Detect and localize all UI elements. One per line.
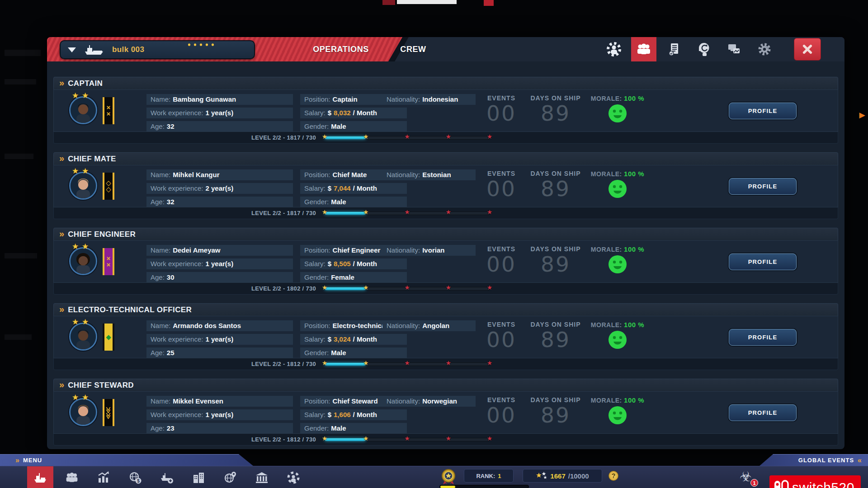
watermark-logo: switch520	[769, 475, 861, 488]
days-on-ship-stat: DAYS ON SHIP89	[519, 245, 592, 275]
background-remnant	[5, 79, 36, 84]
field-name: Name:Mihkel Kangur	[146, 169, 293, 180]
level-label: LEVEL 2/2 - 1812 / 730	[54, 358, 316, 370]
crew-icon[interactable]	[631, 37, 656, 61]
level-progress-bar: ★ ★ ★ ★ ★	[325, 363, 490, 366]
level-row: LEVEL 2/2 - 1817 / 730 ★ ★ ★ ★ ★	[53, 207, 838, 219]
tab-crew[interactable]: CREW	[382, 37, 445, 61]
world-map-icon[interactable]	[217, 466, 243, 488]
profile-button[interactable]: PROFILE	[729, 404, 797, 421]
fleet-icon[interactable]	[27, 466, 53, 488]
rank-stars-icon: ★	[82, 317, 90, 327]
morale-stat: MORALE: 100 %	[584, 321, 651, 351]
chevron-down-icon	[68, 47, 76, 52]
profile-button[interactable]: PROFILE	[729, 253, 797, 270]
crew-menu-icon[interactable]	[59, 466, 85, 488]
level-star-icon: ★	[487, 209, 493, 215]
crew-section-chief-engineer: » CHIEF ENGINEER ★★ ×× Name:Dedei Ameyaw…	[53, 228, 838, 295]
morale-smiley-icon	[608, 406, 627, 425]
bottom-toolbar: $	[0, 466, 868, 488]
chevrons-right-icon: »	[59, 78, 64, 87]
level-star-icon: ★	[363, 360, 369, 366]
morale-stat: MORALE: 100 %	[584, 170, 651, 200]
field-work-experience: Work experience:1 year(s)	[146, 108, 293, 118]
rank-insignia-captain: ××	[103, 97, 114, 124]
scroll-right-arrow-icon[interactable]: ►	[857, 110, 867, 120]
level-label: LEVEL 2/2 - 1817 / 730	[54, 207, 316, 219]
rank-stars-icon: ★	[72, 393, 80, 402]
rank-stars-icon: ★	[82, 166, 90, 176]
buy-ship-icon[interactable]	[154, 466, 180, 488]
field-name: Name:Armando dos Santos	[146, 320, 293, 331]
field-name: Name:Dedei Ameyaw	[146, 245, 293, 256]
level-star-icon: ★	[322, 209, 328, 215]
market-icon[interactable]: $	[122, 466, 148, 488]
profile-button[interactable]: PROFILE	[729, 329, 797, 346]
field-nationality: Nationality:Norwegian	[382, 396, 476, 407]
level-star-icon: ★	[445, 360, 451, 366]
crew-card: ★★ ◆ Name:Armando dos Santos Work experi…	[53, 316, 838, 358]
crew-section-chief-mate: » CHIEF MATE ★★ ◇◇ Name:Mihkel Kangur Wo…	[53, 152, 838, 219]
profile-button[interactable]: PROFILE	[729, 178, 797, 195]
crew-card: ★★ ◇◇ Name:Mihkel Kangur Work experience…	[53, 165, 838, 207]
level-star-icon: ★	[322, 435, 328, 441]
statistics-icon[interactable]	[90, 466, 117, 488]
xp-progress-fill	[440, 486, 455, 488]
rank-stars-icon: ★	[72, 166, 80, 176]
level-label: LEVEL 2/2 - 1817 / 730	[54, 132, 316, 144]
rank-stars-icon: ★	[72, 317, 80, 327]
field-gender: Gender:Male	[300, 197, 407, 207]
rank-stars-icon: ★	[82, 242, 90, 251]
level-star-icon: ★	[487, 435, 493, 441]
tab-operations[interactable]: OPERATIONS	[300, 37, 382, 61]
field-age: Age:30	[146, 272, 293, 283]
xp-stars-icon	[536, 471, 547, 481]
level-star-icon: ★	[404, 284, 410, 291]
communications-icon[interactable]	[722, 37, 747, 61]
profile-button[interactable]: PROFILE	[729, 103, 797, 119]
training-icon[interactable]	[691, 37, 717, 61]
section-header: » CHIEF ENGINEER	[53, 228, 838, 240]
days-on-ship-stat: DAYS ON SHIP89	[519, 321, 592, 351]
field-salary: Salary:$8,505/ Month	[300, 258, 407, 269]
field-gender: Gender:Male	[300, 347, 407, 358]
settings-gear-icon[interactable]	[752, 37, 777, 61]
bank-icon[interactable]	[249, 466, 275, 488]
close-button[interactable]	[794, 38, 821, 61]
global-events-tab[interactable]: GLOBAL EVENTS «	[760, 454, 868, 466]
office-icon[interactable]	[185, 466, 212, 488]
level-progress-bar: ★ ★ ★ ★ ★	[325, 212, 490, 215]
crew-section-electro-technical-officer: » ELECTRO-TECHNICAL OFFICER ★★ ◆ Name:Ar…	[53, 303, 838, 370]
morale-smiley-icon	[608, 179, 627, 198]
level-star-icon: ★	[445, 133, 451, 140]
help-coin-icon[interactable]: ?	[609, 471, 618, 481]
morale-stat: MORALE: 100 %	[584, 94, 651, 125]
level-star-icon: ★	[404, 133, 410, 140]
avatar	[69, 172, 97, 200]
level-label: LEVEL 2/2 - 1802 / 730	[54, 283, 316, 295]
global-events-biohazard-icon[interactable]: ☣	[740, 469, 752, 484]
morale-smiley-icon	[608, 330, 627, 349]
ship-selector-dropdown[interactable]: bulk 003	[60, 40, 255, 59]
background-remnant	[5, 253, 37, 258]
field-nationality: Nationality:Angolan	[382, 320, 476, 331]
background-remnant-red2	[484, 0, 494, 6]
level-star-icon: ★	[445, 435, 451, 441]
level-star-icon: ★	[445, 284, 451, 291]
menu-tab[interactable]: » MENU	[0, 454, 253, 466]
level-star-icon: ★	[487, 360, 493, 366]
crew-card: ★★ ×× Name:Bambang Gunawan Work experien…	[53, 89, 838, 132]
field-age: Age:32	[146, 197, 293, 207]
morale-stat: MORALE: 100 %	[584, 245, 651, 276]
section-title: CHIEF STEWARD	[68, 381, 134, 390]
field-name: Name:Bambang Gunawan	[146, 94, 293, 105]
crew-card: ★★ ×× Name:Dedei Ameyaw Work experience:…	[53, 240, 838, 283]
level-row: LEVEL 2/2 - 1812 / 730 ★ ★ ★ ★ ★	[53, 358, 838, 370]
captain-profile-icon[interactable]	[601, 37, 627, 61]
harbor-services-icon[interactable]	[280, 466, 307, 488]
documents-icon[interactable]	[661, 37, 687, 61]
background-remnant-white-bar	[397, 0, 457, 4]
section-title: CHIEF MATE	[68, 155, 116, 164]
morale-stat: MORALE: 100 %	[584, 396, 651, 427]
field-gender: Gender:Male	[300, 423, 407, 434]
